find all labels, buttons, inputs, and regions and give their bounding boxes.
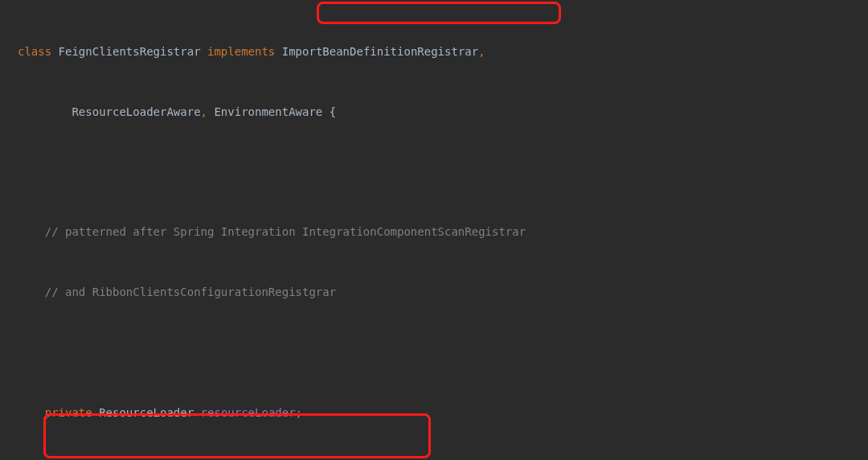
comment: // patterned after Spring Integration In… xyxy=(18,225,526,238)
highlight-annotation-1 xyxy=(317,2,561,24)
interface-name: ResourceLoaderAware xyxy=(18,105,201,118)
keyword-private: private xyxy=(18,406,99,419)
code-line[interactable]: // patterned after Spring Integration In… xyxy=(6,222,868,242)
code-line[interactable]: ResourceLoaderAware, EnvironmentAware { xyxy=(6,102,868,122)
type-name: ResourceLoader xyxy=(99,406,200,419)
interface-name: ImportBeanDefinitionRegistrar xyxy=(282,45,478,58)
code-editor[interactable]: class FeignClientsRegistrar implements I… xyxy=(6,2,868,460)
comma: , xyxy=(201,105,215,118)
comma: , xyxy=(478,45,485,58)
brace: { xyxy=(330,105,336,118)
code-line[interactable]: class FeignClientsRegistrar implements I… xyxy=(6,42,868,62)
code-line-empty[interactable] xyxy=(6,162,868,182)
code-line[interactable]: // and RibbonClientsConfigurationRegistg… xyxy=(6,282,868,302)
comment: // and RibbonClientsConfigurationRegistg… xyxy=(18,285,336,298)
semicolon: ; xyxy=(296,406,302,419)
field-name: resourceLoader xyxy=(201,406,296,419)
class-name: FeignClientsRegistrar xyxy=(59,45,207,58)
keyword-class: class xyxy=(18,45,59,58)
keyword-implements: implements xyxy=(207,45,282,58)
code-line[interactable]: private ResourceLoader resourceLoader; xyxy=(6,403,868,423)
interface-name: EnvironmentAware xyxy=(214,105,329,118)
code-line-empty[interactable] xyxy=(6,343,868,363)
